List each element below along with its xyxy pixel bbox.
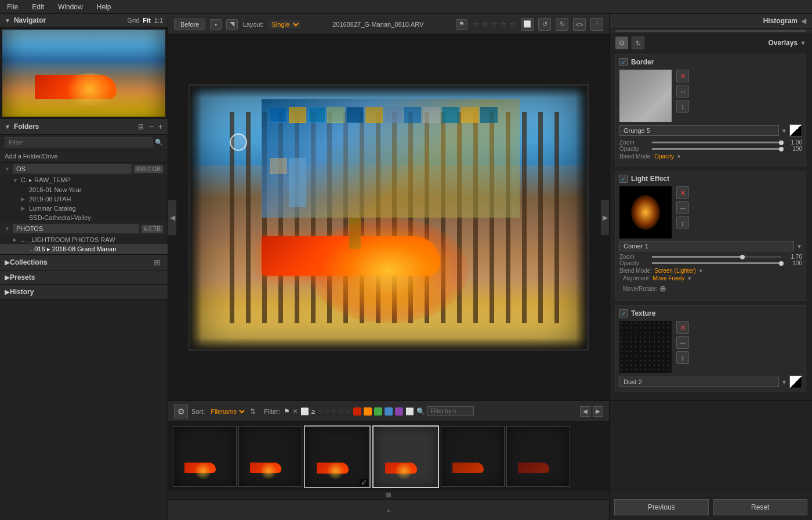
star-2[interactable]: ☆ [481,20,488,28]
layout-dropdown[interactable]: Single Split [269,20,300,28]
filter-star-3[interactable]: ☆ [331,407,337,415]
tree-utah[interactable]: ▶2019-08 UTAH [0,194,168,204]
border-blend-arrow[interactable]: ▼ [676,154,682,160]
presets-section[interactable]: ▶ Presets [0,270,168,285]
folder-minus-btn[interactable]: − [149,122,154,131]
light-effect-delete-btn[interactable]: ✕ [676,186,689,199]
tree-luminar[interactable]: ▶Luminar Catalog [0,204,168,213]
before-button[interactable]: Before [174,19,205,30]
star-3[interactable]: ☆ [491,20,498,28]
border-opacity-slider[interactable] [652,148,781,150]
scroll-right-arrow[interactable]: ▶ [601,200,609,235]
code-icon[interactable]: <> [573,18,586,31]
folder-monitor-icon[interactable]: 🖥 [137,122,144,131]
light-align-arrow[interactable]: ▼ [687,276,692,281]
filmstrip-next-btn[interactable]: ▶ [593,406,603,417]
texture-delete-btn[interactable]: ✕ [676,321,689,334]
star-1[interactable]: ☆ [472,20,479,28]
border-delete-btn[interactable]: ✕ [676,70,689,82]
bottom-nav-arrow[interactable]: ▲ [386,507,392,513]
rotate-right-icon[interactable]: ↻ [556,18,568,31]
history-section[interactable]: ▶ History [0,285,168,299]
more-icon[interactable]: ⋮ [590,18,603,31]
filter-color-green[interactable] [374,407,382,416]
folder-filter-input[interactable] [5,137,153,147]
overlays-refresh-icon[interactable]: ↻ [632,37,644,49]
filter-search-icon[interactable]: 🔍 [416,407,425,416]
thumb-1[interactable] [173,426,237,487]
menu-edit[interactable]: Edit [30,2,46,12]
filter-color-orange[interactable] [364,407,372,416]
nav-ctrl-1to1[interactable]: 1:1 [154,17,163,24]
scroll-left-arrow[interactable]: ◀ [168,200,176,235]
filter-stars[interactable]: ☆ ☆ ☆ ☆ ☆ [317,407,351,415]
texture-flip-h-btn[interactable]: ↔ [676,336,689,349]
filter-color-purple[interactable] [395,407,403,416]
drive-photos-header[interactable]: ▼ PHOTOS 4.0 TB [0,222,168,235]
light-effect-preset-arrow[interactable]: ▼ [796,243,802,250]
filter-star-icon[interactable]: ≥ [311,407,316,416]
histogram-collapse-arrow[interactable]: ◀ [801,17,806,25]
thumb-6[interactable] [506,426,570,487]
texture-enabled-checkbox[interactable]: ✓ [619,309,628,317]
texture-flip-v-btn[interactable]: ↕ [676,351,689,364]
crop-icon[interactable]: ⬜ [521,18,534,31]
menu-window[interactable]: Window [56,2,85,12]
tree-ssd[interactable]: SSD-Cathedral-Valley [0,213,168,222]
thumb-5[interactable] [441,426,505,487]
tree-grand-manan[interactable]: ...016 ▸ 2016-08 Grand Manan [0,244,168,254]
filmstrip-prev-btn[interactable]: ◀ [580,406,590,417]
tree-lightroom[interactable]: ▶... _LIGHTROOM PHOTOS RAW [0,235,168,244]
filter-x-icon[interactable]: ✕ [292,407,298,416]
thumb-3[interactable]: 🖊 [304,425,371,488]
navigator-header[interactable]: ▼ Navigator Grid Fit 1:1 [0,14,168,27]
filmstrip-settings-icon[interactable]: ⚙ [174,405,188,418]
view-icon-1[interactable]: ▪ [210,19,222,30]
filter-frame-icon[interactable]: ⬜ [405,407,414,416]
add-folder-link[interactable]: Add a Folder/Drive [0,150,168,162]
border-bw-icon[interactable] [789,124,802,137]
thumb-2[interactable] [238,426,302,487]
view-icon-2[interactable]: ◥ [226,19,238,30]
border-enabled-checkbox[interactable]: ✓ [619,58,628,66]
filter-star-4[interactable]: ☆ [338,407,344,415]
menu-help[interactable]: Help [95,2,114,12]
filter-color-blue[interactable] [385,407,393,416]
overlays-layers-icon[interactable]: ⧉ [615,37,628,49]
folder-plus-btn[interactable]: + [158,122,163,131]
sort-direction-icon[interactable]: ⇅ [250,407,256,416]
filter-star-5[interactable]: ☆ [345,407,351,415]
light-effect-flip-v-btn[interactable]: ↕ [676,216,689,229]
overlays-dropdown-icon[interactable]: ▼ [800,39,806,46]
previous-button[interactable]: Previous [614,499,709,515]
border-preset-arrow[interactable]: ▼ [781,128,787,134]
light-blend-value[interactable]: Screen (Lighter) [654,268,696,274]
sort-dropdown[interactable]: Filename Date Rating [208,407,246,416]
nav-ctrl-grid[interactable]: Grid [127,17,139,24]
nav-ctrl-fit[interactable]: Fit [143,17,150,24]
menu-file[interactable]: File [5,2,20,12]
filter-crop-icon[interactable]: ⬜ [300,407,309,416]
reset-button[interactable]: Reset [713,499,808,515]
tree-new-year[interactable]: 2018-01 New Year [0,185,168,194]
collections-bar[interactable]: ▶ Collections ⊞ [0,255,168,270]
folders-header[interactable]: ▼ Folders 🖥 − + [0,119,168,135]
flag-icon[interactable]: ⚑ [456,19,467,30]
tree-raw-temp[interactable]: ▼C: ▸ RAW_TEMP [0,175,168,185]
star-5[interactable]: ☆ [509,20,516,28]
border-flip-v-btn[interactable]: ↕ [676,100,689,113]
light-align-value[interactable]: Move Freely [652,275,684,281]
light-move-icon[interactable]: ⊕ [659,284,666,293]
star-rating[interactable]: ☆ ☆ ☆ ☆ ☆ [472,20,516,28]
filter-star-2[interactable]: ☆ [324,407,330,415]
light-effect-flip-h-btn[interactable]: ↔ [676,201,689,214]
rotate-left-icon[interactable]: ↺ [538,18,551,31]
light-opacity-slider[interactable] [652,262,781,264]
border-zoom-slider[interactable] [652,142,781,143]
border-flip-h-btn[interactable]: ↔ [676,85,689,98]
filter-search-input[interactable] [427,406,474,416]
filter-star-1[interactable]: ☆ [317,407,323,415]
thumb-4[interactable] [372,425,439,488]
filter-flag-icon[interactable]: ⚑ [284,407,290,416]
light-effect-enabled-checkbox[interactable]: ✓ [619,175,628,183]
